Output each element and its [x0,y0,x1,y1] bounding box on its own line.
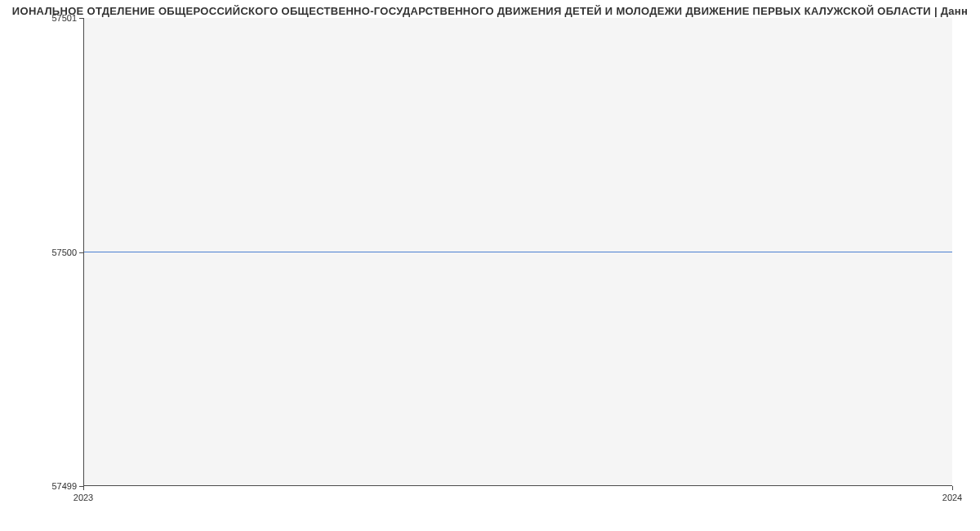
x-tick-mark [952,486,953,490]
plot-area [83,18,952,486]
x-tick-label-right: 2024 [942,493,962,502]
y-tick-label-bottom: 57499 [51,481,77,491]
y-tick-label-mid: 57500 [51,248,77,257]
data-line [84,252,952,252]
y-tick-mark [79,18,83,19]
y-tick-label-top: 57501 [51,13,77,23]
chart-title: ИОНАЛЬНОЕ ОТДЕЛЕНИЕ ОБЩЕРОССИЙСКОГО ОБЩЕ… [0,0,980,17]
x-tick-mark [83,486,84,490]
x-tick-label-left: 2023 [74,493,93,502]
chart-container: 57501 57500 57499 2023 2024 [83,18,952,486]
y-tick-mark [79,252,83,253]
